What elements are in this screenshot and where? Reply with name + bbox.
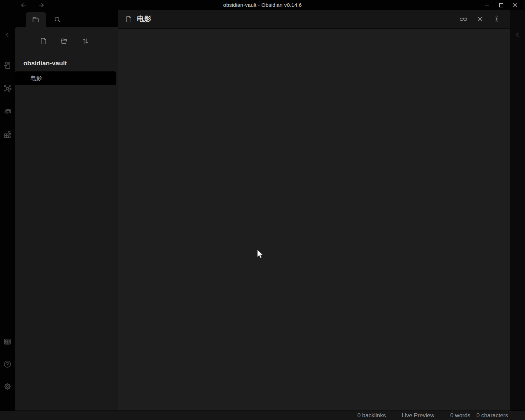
open-vault-icon[interactable] — [3, 337, 12, 346]
minimize-icon[interactable] — [480, 0, 494, 10]
search-tab-icon — [53, 16, 62, 24]
status-backlinks[interactable]: 0 backlinks — [357, 412, 386, 419]
sidebar-tab-bar — [15, 10, 118, 27]
tab-file-explorer[interactable] — [26, 12, 46, 27]
expand-right-sidebar-icon[interactable] — [514, 31, 521, 411]
file-item-selected[interactable]: 电影 — [15, 71, 116, 85]
status-bar: 0 backlinks Live Preview 0 words 0 chara… — [0, 411, 525, 420]
blocks-icon[interactable] — [3, 130, 12, 139]
reading-view-icon[interactable] — [459, 15, 468, 23]
status-editor-mode[interactable]: Live Preview — [402, 412, 434, 419]
editor-pane: 电影 — [118, 10, 510, 411]
file-explorer-panel: obsidian-vault 电影 — [15, 27, 118, 411]
settings-icon[interactable] — [3, 382, 12, 391]
vault-name[interactable]: obsidian-vault — [23, 60, 67, 67]
new-note-icon[interactable] — [40, 37, 47, 45]
card-switcher-icon[interactable] — [3, 107, 12, 116]
window-title: obsidian-vault - Obsidian v0.14.6 — [0, 2, 525, 8]
left-ribbon — [0, 10, 15, 411]
editor-content[interactable] — [118, 29, 510, 411]
sort-order-icon[interactable] — [82, 37, 89, 45]
right-ribbon — [510, 10, 525, 411]
close-note-icon[interactable] — [476, 15, 484, 23]
note-icon — [125, 15, 132, 23]
graph-view-icon[interactable] — [3, 84, 12, 93]
quick-switcher-icon[interactable] — [3, 61, 12, 70]
obsidian-window: obsidian-vault - Obsidian v0.14.6 — [0, 0, 525, 420]
note-title: 电影 — [137, 14, 151, 24]
left-sidebar: obsidian-vault 电影 — [15, 10, 118, 411]
new-folder-icon[interactable] — [61, 37, 68, 45]
editor-tab-header: 电影 — [118, 10, 510, 29]
window-close-icon[interactable] — [508, 0, 522, 10]
history-back-icon[interactable] — [19, 1, 28, 9]
titlebar: obsidian-vault - Obsidian v0.14.6 — [0, 0, 525, 10]
history-forward-icon[interactable] — [37, 1, 46, 9]
help-icon[interactable] — [3, 360, 12, 369]
more-options-icon[interactable] — [492, 15, 501, 23]
tab-search[interactable] — [47, 12, 68, 27]
maximize-icon[interactable] — [494, 0, 508, 10]
status-character-count: 0 characters — [476, 412, 508, 419]
workspace: obsidian-vault 电影 电影 — [0, 10, 525, 411]
status-word-count: 0 words — [450, 412, 471, 419]
folder-tab-icon — [32, 16, 40, 24]
collapse-left-sidebar-icon[interactable] — [4, 31, 11, 39]
explorer-actions — [15, 37, 89, 45]
